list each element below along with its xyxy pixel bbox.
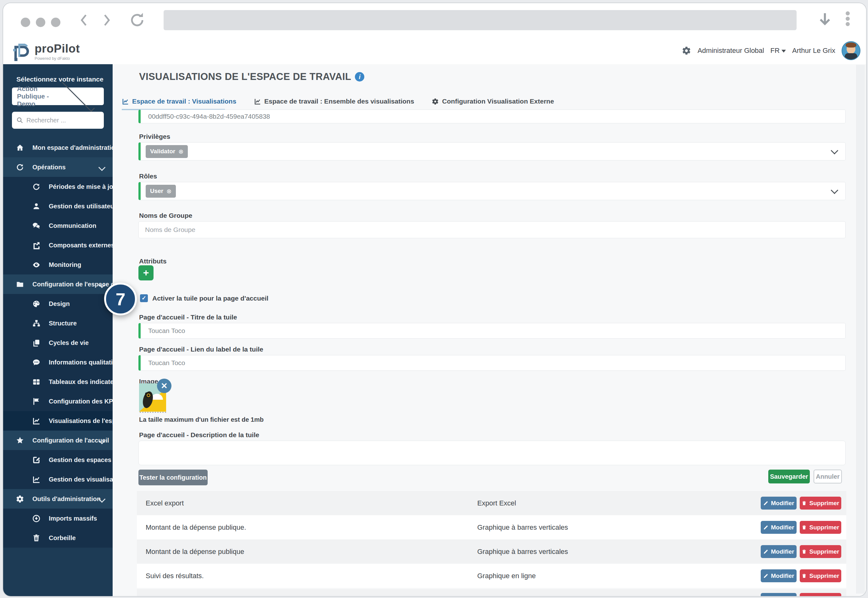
language-selector[interactable]: FR	[771, 46, 786, 55]
table-icon	[32, 378, 40, 386]
tab-config-externe[interactable]: Configuration Visualisation Externe	[432, 97, 554, 105]
role-tag[interactable]: User⊗	[146, 185, 176, 198]
palette-icon	[32, 300, 40, 308]
download-circle-icon	[32, 514, 40, 523]
tab-ensemble-visualisations[interactable]: Espace de travail : Ensemble des visuali…	[254, 97, 414, 105]
sidebar-item-monitoring[interactable]: Monitoring	[3, 255, 113, 274]
chart-line-icon	[32, 475, 40, 484]
logo[interactable]: proPilot Powered by dFakto	[12, 42, 80, 61]
delete-button[interactable]: Supprimer	[800, 545, 841, 558]
edit-button[interactable]: Modifier	[761, 521, 796, 534]
remove-tag-icon[interactable]: ⊗	[166, 188, 172, 195]
roles-label: Rôles	[139, 172, 157, 180]
chevron-down-icon	[831, 147, 838, 154]
tile-enable-checkbox[interactable]: ✓	[140, 294, 148, 302]
edit-button[interactable]: Modifier	[761, 497, 796, 510]
test-configuration-button[interactable]: Tester la configuration	[139, 469, 208, 485]
sidebar-section-config-accueil[interactable]: Configuration de l'accueil	[3, 431, 113, 450]
sidebar-item-infos-qualitatives[interactable]: Informations qualitatives	[3, 353, 113, 372]
window-dot-3[interactable]	[51, 18, 60, 27]
sidebar: Sélectionnez votre instance Action Publi…	[3, 64, 113, 596]
refresh-icon[interactable]	[129, 11, 145, 29]
forward-icon[interactable]	[100, 12, 113, 28]
back-icon[interactable]	[78, 12, 91, 28]
save-button[interactable]: Sauvegarder	[768, 469, 810, 483]
cancel-button[interactable]: Annuler	[814, 469, 842, 483]
sidebar-section-outils-admin[interactable]: Outils d'administration	[3, 489, 113, 508]
viz-name: Excel export	[146, 491, 184, 515]
user-icon	[32, 202, 40, 211]
url-bar[interactable]	[164, 10, 796, 30]
edit-button[interactable]: Modifier	[761, 545, 796, 558]
instance-select[interactable]: Action Publique - Demo	[12, 88, 104, 105]
table-row: Montant de la dépense publique Graphique…	[137, 540, 846, 564]
sidebar-item-design[interactable]: Design	[3, 294, 113, 314]
sidebar-item-gestion-visualisations[interactable]: Gestion des visualisatio...	[3, 469, 113, 489]
tile-title-input[interactable]: Toucan Toco	[139, 323, 846, 339]
gear-icon	[432, 98, 439, 105]
roles-select[interactable]: User⊗	[139, 182, 846, 200]
sidebar-item-structure[interactable]: Structure	[3, 314, 113, 333]
sidebar-item-visualisations-espace[interactable]: Visualisations de l'espa...	[3, 411, 113, 431]
attributes-label: Attributs	[139, 257, 167, 265]
window-dot-1[interactable]	[21, 18, 30, 27]
id-input[interactable]: 00ddff50-c93c-494a-8b2d-459ea7405838	[139, 109, 846, 123]
tile-enable-label: Activer la tuile pour la page d'accueil	[152, 295, 268, 302]
delete-button[interactable]: Supprimer	[800, 570, 841, 582]
add-attribute-button[interactable]: +	[139, 265, 154, 280]
sidebar-item-tableaux[interactable]: Tableaux des indicateurs	[3, 372, 113, 392]
pencil-icon	[763, 525, 769, 530]
sidebar-section-config-espace[interactable]: Configuration de l'espace de ...	[3, 274, 113, 294]
delete-button[interactable]: Supprimer	[800, 521, 841, 534]
delete-button[interactable]	[800, 593, 841, 596]
viz-type: Export Excel	[477, 491, 516, 515]
privileges-label: Privilèges	[139, 133, 170, 141]
browser-menu-icon[interactable]	[846, 10, 850, 27]
sidebar-item-gestion-espaces[interactable]: Gestion des espaces de...	[3, 450, 113, 469]
admin-role-label[interactable]: Administrateur Global	[698, 46, 764, 55]
sidebar-item-periodes[interactable]: Périodes de mise à jour	[3, 177, 113, 196]
privilege-tag[interactable]: Validator⊗	[146, 145, 188, 158]
tab-visualisations[interactable]: Espace de travail : Visualisations	[122, 97, 236, 105]
folder-icon	[16, 280, 24, 289]
sidebar-item-communication[interactable]: Communication	[3, 216, 113, 235]
sidebar-item-utilisateurs[interactable]: Gestion des utilisateurs	[3, 196, 113, 216]
sidebar-item-cycles[interactable]: Cycles de vie	[3, 333, 113, 353]
browser-window: proPilot Powered by dFakto Administrateu…	[3, 3, 867, 597]
download-icon[interactable]	[817, 11, 832, 30]
propilot-logo-icon	[12, 42, 30, 61]
sidebar-item-corbeille[interactable]: Corbeille	[3, 528, 113, 548]
admin-gear-icon[interactable]	[682, 46, 691, 55]
table-row: Excel export Export Excel Modifier Suppr…	[137, 491, 846, 515]
delete-button[interactable]: Supprimer	[800, 497, 841, 510]
main-scrollbar[interactable]	[856, 65, 865, 594]
chart-line-icon	[254, 98, 261, 105]
viz-type: Graphique à barres verticales	[477, 540, 568, 564]
viz-type: Graphique en ligne	[477, 564, 536, 588]
chevron-down-icon	[98, 164, 106, 171]
user-name[interactable]: Arthur Le Grix	[792, 46, 835, 55]
privileges-select[interactable]: Validator⊗	[139, 142, 846, 160]
remove-tag-icon[interactable]: ⊗	[178, 148, 183, 155]
info-icon[interactable]: i	[355, 72, 364, 82]
sidebar-section-operations[interactable]: Opérations	[3, 157, 113, 177]
avatar[interactable]	[841, 41, 861, 60]
sidebar-search-input[interactable]: Rechercher ...	[12, 112, 104, 129]
tile-description-textarea[interactable]	[139, 441, 846, 465]
remove-image-button[interactable]: ✕	[157, 379, 172, 393]
gear-icon	[16, 495, 24, 503]
window-dot-2[interactable]	[36, 18, 45, 27]
sidebar-item-imports[interactable]: Imports massifs	[3, 508, 113, 528]
browser-chrome	[3, 3, 866, 37]
tab-bar: Espace de travail : Visualisations Espac…	[122, 97, 554, 105]
group-names-input[interactable]: Noms de Groupe	[139, 221, 846, 238]
pencil-icon	[763, 501, 769, 506]
instance-select-value: Action Publique - Demo	[17, 85, 58, 108]
sidebar-item-composants[interactable]: Composants externes	[3, 235, 113, 255]
sidebar-item-mon-espace[interactable]: Mon espace d'administration	[3, 138, 113, 157]
tile-link-input[interactable]: Toucan Toco	[139, 355, 846, 371]
edit-button[interactable]: Modifier	[761, 570, 796, 582]
edit-button[interactable]	[761, 593, 796, 596]
pages-icon	[32, 339, 40, 347]
sidebar-item-kpis[interactable]: Configuration des KPIs	[3, 392, 113, 411]
